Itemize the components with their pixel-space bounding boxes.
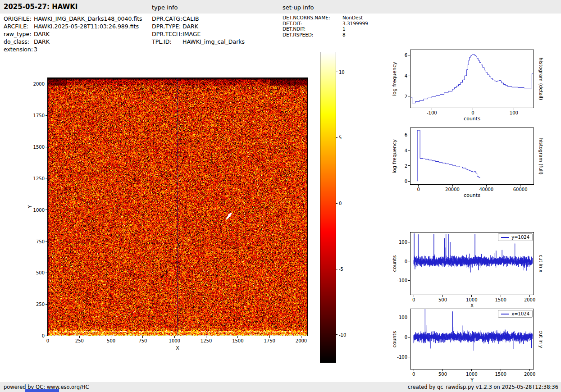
x-tick-label: 40000: [479, 187, 493, 192]
colorbar-tick-label: -10: [339, 332, 346, 337]
meta-row-dpr-tech: DPR.TECH: IMAGE: [152, 30, 245, 38]
legend-label: x=1024: [511, 311, 529, 316]
meta-row-raw-type: raw_type: DARK: [4, 30, 142, 38]
meta-value: 8: [342, 32, 346, 38]
colorbar-tick-label: -5: [339, 267, 343, 272]
x-tick-label: 1000: [169, 338, 180, 343]
meta-value: CALIB: [182, 15, 199, 23]
y-axis-tick: [408, 242, 410, 242]
y-tick-label: 500: [36, 270, 45, 275]
x-tick-label: 250: [75, 338, 84, 343]
qc-report-page: 2025-05-27: HAWKI type info set-up info …: [0, 0, 561, 392]
y-tick-label: 1250: [33, 176, 45, 181]
meta-value: 1: [342, 26, 346, 32]
meta-label: ARCFILE:: [4, 23, 34, 30]
x-tick-label: 500: [438, 297, 447, 302]
y-tick-label: 6: [405, 53, 407, 58]
y-tick-label: -100: [397, 355, 407, 360]
y-axis-tick: [46, 84, 47, 84]
x-axis-tick: [501, 369, 501, 371]
colorbar-tick: [336, 72, 338, 72]
main-image-xlabel: X: [176, 345, 179, 351]
y-axis-tick: [408, 261, 410, 261]
x-tick-label: 0: [412, 297, 415, 302]
y-tick-label: -100: [397, 278, 407, 283]
meta-label: do_class:: [4, 38, 34, 46]
x-tick-label: 2000: [524, 297, 535, 302]
colorbar: 1050-5-10: [320, 52, 336, 363]
histogram-detail-line: [410, 50, 534, 108]
histogram-detail-xlabel: counts: [464, 116, 480, 122]
legend-line-sample: [501, 314, 509, 315]
x-axis-tick: [418, 185, 419, 187]
y-axis-tick: [46, 147, 47, 147]
x-tick-label: 1500: [495, 372, 506, 377]
metadata-setup-info: DET.NCORRS.NAME: NonDest DET.DIT: 3.3199…: [283, 15, 368, 37]
x-tick-label: 1000: [466, 372, 477, 377]
x-tick-label: 60000: [513, 187, 528, 192]
y-tick-label: 2: [405, 94, 407, 99]
meta-row-ncorrs: DET.NCORRS.NAME: NonDest: [283, 15, 368, 21]
y-axis-tick: [408, 96, 410, 96]
colorbar-tick-label: 0: [339, 201, 342, 206]
meta-row-ndit: DET.NDIT: 1: [283, 26, 368, 32]
y-tick-label: 100: [399, 240, 407, 245]
footer-accent: [25, 389, 59, 392]
y-axis-tick: [408, 317, 410, 317]
meta-row-dpr-catg: DPR.CATG: CALIB: [152, 15, 245, 23]
meta-value: DARK: [182, 23, 198, 30]
meta-label: DET.NDIT:: [283, 26, 342, 32]
cut-x-ylabel: counts: [392, 255, 397, 272]
dark-frame-image-plot: 0250500750100012501500175020000250500750…: [47, 77, 308, 336]
meta-row-dit: DET.DIT: 3.3199999: [283, 21, 368, 27]
y-tick-label: 1750: [33, 113, 45, 118]
y-axis-tick: [46, 273, 47, 273]
x-axis-tick: [520, 185, 520, 187]
meta-value: 3: [34, 46, 37, 53]
y-axis-tick: [408, 76, 410, 76]
meta-label: extension:: [4, 46, 34, 53]
y-axis-tick: [46, 336, 47, 336]
x-tick-label: 0: [412, 372, 415, 377]
y-tick-label: 100: [399, 315, 407, 319]
y-tick-label: 4: [405, 73, 407, 78]
colorbar-tick-label: 5: [339, 135, 342, 140]
cut-y-right-label: cut in y: [538, 330, 544, 348]
y-tick-label: 750: [36, 239, 45, 244]
cut-y-ylabel: counts: [392, 331, 397, 347]
metadata-type-info: DPR.CATG: CALIB DPR.TYPE: DARK DPR.TECH:…: [152, 15, 245, 46]
meta-value: IMAGE: [182, 30, 201, 38]
x-axis-tick: [142, 336, 143, 338]
x-axis-tick: [79, 336, 80, 338]
x-tick-label: -100: [427, 110, 437, 115]
section-heading-setup-info: set-up info: [283, 4, 314, 11]
y-axis-tick: [408, 357, 410, 357]
meta-row-rspeed: DET.RSPEED: 8: [283, 32, 368, 38]
header-bar: 2025-05-27: HAWKI type info set-up info: [0, 0, 561, 14]
x-axis-tick: [269, 336, 270, 338]
metadata-file-info: ORIGFILE: HAWKI_IMG_DARK_Darks148_0040.f…: [4, 15, 142, 53]
meta-label: DET.NCORRS.NAME:: [283, 15, 342, 21]
y-tick-label: 0: [405, 259, 407, 264]
meta-value: DARK: [34, 30, 50, 38]
y-tick-label: 1500: [33, 145, 45, 150]
x-tick-label: 0: [46, 338, 49, 343]
x-axis-tick: [206, 336, 206, 338]
x-tick-label: 1000: [466, 297, 477, 302]
meta-value: HAWKI_img_cal_Darks: [182, 38, 245, 46]
cut-x-line: [410, 232, 534, 295]
main-image-ylabel: Y: [27, 205, 33, 209]
x-tick-label: 20000: [445, 187, 460, 192]
histogram-full-ylabel: log frequency: [392, 139, 397, 173]
y-axis-tick: [408, 337, 410, 337]
x-tick-label: 1750: [264, 338, 275, 343]
x-tick-label: 2000: [524, 372, 535, 377]
meta-value: NonDest: [342, 15, 363, 21]
x-axis-tick: [529, 369, 530, 371]
meta-label: DPR.TYPE:: [152, 23, 182, 30]
x-tick-label: 0: [471, 110, 474, 115]
meta-value: 3.3199999: [342, 21, 368, 27]
colorbar-tick: [336, 269, 338, 269]
x-axis-tick: [414, 295, 414, 297]
x-axis-tick: [452, 185, 453, 187]
